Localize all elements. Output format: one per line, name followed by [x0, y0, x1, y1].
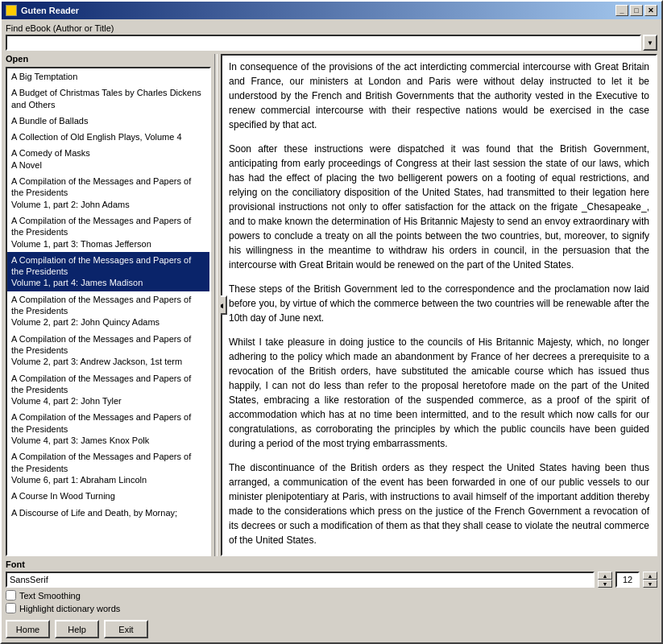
text-paragraph: In consequence of the provisions of the … — [229, 60, 649, 132]
search-input-row: ▼ — [6, 35, 657, 51]
text-paragraph: Soon after these instructions were dispa… — [229, 142, 649, 272]
search-label: Find eBook (Author or Title) — [6, 23, 657, 33]
list-item[interactable]: A Discourse of Life and Death, by Mornay… — [7, 505, 209, 521]
book-list[interactable]: A Big TemptationA Budget of Christmas Ta… — [6, 67, 211, 556]
app-icon — [6, 5, 17, 16]
home-button[interactable]: Home — [6, 620, 50, 638]
list-item[interactable]: A Compilation of the Messages and Papers… — [7, 331, 209, 370]
list-item[interactable]: A Compilation of the Messages and Papers… — [7, 173, 209, 213]
font-name-input[interactable] — [6, 572, 595, 588]
open-label: Open — [6, 54, 211, 64]
text-content[interactable]: In consequence of the provisions of the … — [221, 54, 657, 556]
nav-arrow-left[interactable]: ◄ — [221, 295, 227, 315]
font-name-spinner: ▲ ▼ — [598, 572, 612, 588]
maximize-button[interactable]: □ — [630, 5, 643, 16]
font-name-down[interactable]: ▼ — [598, 580, 612, 588]
vertical-divider[interactable] — [214, 54, 218, 556]
font-label: Font — [6, 559, 657, 569]
text-smoothing-label: Text Smoothing — [19, 591, 81, 601]
list-item[interactable]: A Compilation of the Messages and Papers… — [7, 252, 209, 291]
main-pane: Open A Big TemptationA Budget of Christm… — [6, 54, 657, 556]
text-paragraph: Whilst I take pleasure in doing justice … — [229, 335, 649, 451]
text-smoothing-checkbox[interactable] — [6, 590, 16, 601]
font-size-down[interactable]: ▼ — [643, 580, 657, 588]
list-item[interactable]: A Compilation of the Messages and Papers… — [7, 291, 209, 331]
window-title: Guten Reader — [21, 6, 79, 15]
font-size-spinner: ▲ ▼ — [643, 572, 657, 588]
text-paragraph: These steps of the British Government le… — [229, 282, 649, 325]
content-area: Find eBook (Author or Title) ▼ Open A Bi… — [2, 19, 661, 642]
search-dropdown-button[interactable]: ▼ — [643, 35, 657, 51]
list-item[interactable]: A Budget of Christmas Tales by Charles D… — [7, 85, 209, 113]
font-section: Font ▲ ▼ ▲ ▼ Text Smoothing Highlight — [6, 559, 657, 613]
list-item[interactable]: A Big Temptation — [7, 68, 209, 85]
list-item[interactable]: A Bundle of Ballads — [7, 113, 209, 129]
list-item[interactable]: A Compilation of the Messages and Papers… — [7, 213, 209, 252]
text-paragraph: The discontinuance of the British orders… — [229, 460, 649, 547]
right-panel: ◄ In consequence of the provisions of th… — [221, 54, 657, 556]
highlight-dict-checkbox[interactable] — [6, 603, 16, 613]
search-section: Find eBook (Author or Title) ▼ — [6, 23, 657, 51]
list-item[interactable]: A Comedy of Masks A Novel — [7, 145, 209, 173]
search-input[interactable] — [6, 35, 641, 51]
list-item[interactable]: A Collection of Old English Plays, Volum… — [7, 129, 209, 145]
text-smoothing-row: Text Smoothing — [6, 590, 657, 601]
close-button[interactable]: ✕ — [644, 5, 657, 16]
font-name-up[interactable]: ▲ — [598, 572, 612, 580]
help-button[interactable]: Help — [55, 620, 99, 638]
highlight-dict-label: Highlight dictionary words — [19, 604, 120, 613]
title-buttons: _ □ ✕ — [615, 5, 657, 16]
font-controls: ▲ ▼ ▲ ▼ — [6, 572, 657, 588]
font-size-up[interactable]: ▲ — [643, 572, 657, 580]
minimize-button[interactable]: _ — [615, 5, 628, 16]
left-panel: Open A Big TemptationA Budget of Christm… — [6, 54, 211, 556]
highlight-dict-row: Highlight dictionary words — [6, 603, 657, 613]
font-size-input[interactable] — [615, 572, 640, 588]
title-bar-text: Guten Reader — [6, 5, 79, 16]
bottom-buttons: Home Help Exit — [6, 617, 657, 638]
title-bar: Guten Reader _ □ ✕ — [2, 2, 661, 19]
list-item[interactable]: A Compilation of the Messages and Papers… — [7, 448, 209, 488]
list-item[interactable]: A Compilation of the Messages and Papers… — [7, 409, 209, 448]
list-item[interactable]: A Compilation of the Messages and Papers… — [7, 370, 209, 410]
list-item[interactable]: A Course In Wood Turning — [7, 488, 209, 504]
exit-button[interactable]: Exit — [104, 620, 148, 638]
main-window: Guten Reader _ □ ✕ Find eBook (Author or… — [0, 0, 663, 644]
